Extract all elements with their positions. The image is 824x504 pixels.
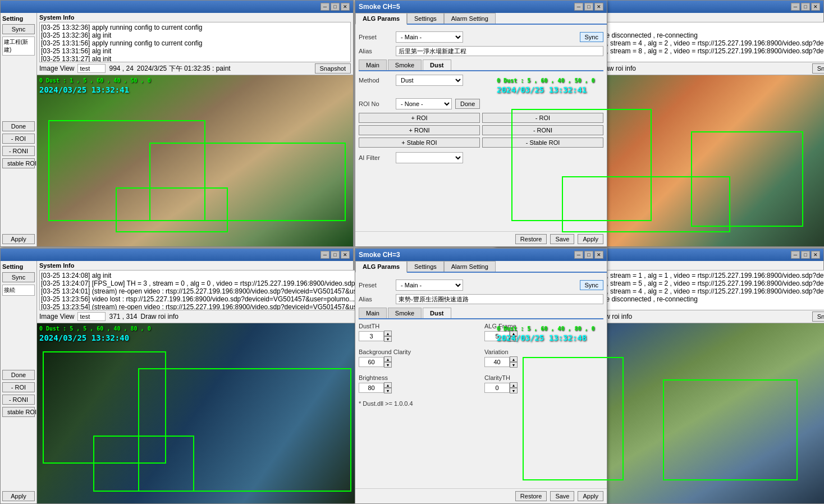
restore-btn-alg-bottom[interactable]: Restore [515,491,547,501]
dustth-down[interactable]: ▼ [384,336,392,342]
subtab-dust-top[interactable]: Dust [423,59,451,70]
subtab-main-bottom[interactable]: Main [359,308,387,318]
alias-input-bottom[interactable] [396,294,603,304]
variation-up[interactable]: ▲ [510,356,518,362]
alg-bottom-title: Smoke CH=3 [359,251,400,259]
variation-input[interactable] [484,357,510,367]
clarityth-up[interactable]: ▲ [510,382,518,388]
preset-select-bottom[interactable]: - Main - [396,280,463,291]
tab-alarm-top[interactable]: Alarm Setting [444,13,496,24]
save-btn-alg-top[interactable]: Save [550,234,574,244]
close-btn-tr[interactable]: ✕ [811,3,820,11]
apply-btn-alg-top[interactable]: Apply [578,234,603,244]
roi-no-select[interactable]: - None - [396,98,452,109]
stable-roi-btn-bl[interactable]: stable ROI [2,407,35,417]
preset-label-bottom: Preset [359,282,392,288]
det-box-br-1 [523,357,624,480]
bgclarity-up[interactable]: ▲ [384,356,392,362]
maximize-btn-tr[interactable]: □ [801,3,810,11]
roni-btn-tl[interactable]: - RONI [2,146,35,156]
dustth-input[interactable] [359,331,384,341]
sync-button-tl[interactable]: Sync [2,24,35,34]
tab-alg-params-top[interactable]: ALG Params [355,13,407,25]
roi-no-row: ROI No - None - Done [359,98,603,109]
variation-down[interactable]: ▼ [510,362,518,368]
preset-row-top: Preset - Main - Sync [359,31,603,43]
sync-btn-alg-bottom[interactable]: Sync [580,280,603,290]
done-btn-roi[interactable]: Done [455,99,480,109]
setting-label-bl: Setting [2,263,35,270]
ai-filter-select[interactable] [396,152,463,163]
close-btn-alg-b[interactable]: ✕ [594,251,603,259]
alias-label-bottom: Alias [359,296,392,303]
subtab-smoke-top[interactable]: Smoke [388,59,422,70]
clarityth-down[interactable]: ▼ [510,388,518,393]
snapshot-btn-tr[interactable]: Snapshot [812,63,824,74]
sync-button-bl[interactable]: Sync [2,272,35,282]
alias-row-top: Alias [359,46,603,56]
bgclarity-input[interactable] [359,357,384,367]
tab-settings-top[interactable]: Settings [407,13,444,24]
close-btn-br[interactable]: ✕ [811,251,820,259]
alg-bottom-bottom-btns: Restore Save Apply [355,488,607,503]
brightness-input[interactable] [359,383,384,393]
maximize-btn[interactable]: □ [331,3,340,11]
apply-btn-bl[interactable]: Apply [2,491,35,501]
det-box-bl-3 [93,436,194,492]
setting-label: Setting [2,15,35,22]
alias-input-top[interactable] [396,46,603,56]
minimize-btn-alg-b[interactable]: ─ [574,251,583,259]
add-stable-btn[interactable]: + Stable ROI [359,138,480,148]
close-btn[interactable]: ✕ [341,3,350,11]
sync-btn-alg-top[interactable]: Sync [580,32,603,42]
brightness-up[interactable]: ▲ [384,382,392,388]
minimize-btn-br[interactable]: ─ [791,251,800,259]
done-btn-tl[interactable]: Done [2,121,35,131]
save-btn-alg-bottom[interactable]: Save [550,491,574,501]
maximize-btn-bl[interactable]: □ [331,251,340,259]
maximize-btn-alg-b[interactable]: □ [584,251,593,259]
clarityth-input[interactable] [484,383,510,393]
minimize-btn-bl[interactable]: ─ [321,251,329,259]
close-btn-bl[interactable]: ✕ [341,251,350,259]
close-btn-alg-t[interactable]: ✕ [594,3,603,11]
cam-sidebar-bottom-left: Setting Sync 接続 Done - ROI - RONI stable… [1,261,37,503]
tab-alg-params-bottom[interactable]: ALG Params [355,261,407,273]
alias-bl: 接続 [2,285,35,296]
sysinfo-label-tl: System Info [37,13,353,22]
tab-settings-bottom[interactable]: Settings [407,261,444,272]
dustth-field: DustTH ▲ ▼ [359,323,478,342]
cam-window-bottom-left: ─ □ ✕ Setting Sync 接続 Done - ROI - RONI … [0,248,354,504]
restore-btn-alg-top[interactable]: Restore [515,234,547,244]
apply-btn-tl[interactable]: Apply [2,234,35,244]
apply-btn-alg-bottom[interactable]: Apply [578,491,603,501]
snapshot-btn-tl[interactable]: Snapshot [315,63,351,74]
add-roni-btn[interactable]: + RONI [359,125,480,135]
bgclarity-label: Background Clarity [359,349,478,355]
info-bl: Draw roi info [141,313,178,320]
roi-btn-bl[interactable]: - ROI [2,382,35,392]
brightness-down[interactable]: ▼ [384,388,392,393]
bgclarity-down[interactable]: ▼ [384,362,392,368]
dustth-up[interactable]: ▲ [384,331,392,336]
test-input-bl[interactable] [77,312,106,321]
subtab-main-top[interactable]: Main [359,59,387,70]
method-select-top[interactable]: Dust [396,75,463,86]
det-box-br-2 [663,379,798,480]
minimize-btn[interactable]: ─ [321,3,329,11]
maximize-btn-alg-t[interactable]: □ [584,3,593,11]
snapshot-btn-br[interactable]: Snapshot [812,311,824,322]
roi-btn-tl[interactable]: - ROI [2,134,35,144]
roni-btn-bl[interactable]: - RONI [2,395,35,405]
stable-roi-btn-tl[interactable]: stable ROI [2,158,35,168]
tab-alarm-bottom[interactable]: Alarm Setting [444,261,496,272]
maximize-btn-br[interactable]: □ [801,251,810,259]
minimize-btn-alg-t[interactable]: ─ [574,3,583,11]
done-btn-bl[interactable]: Done [2,370,35,380]
minimize-btn-tr[interactable]: ─ [791,3,800,11]
add-roi-btn[interactable]: + ROI [359,113,480,123]
test-input-tl[interactable] [77,64,106,73]
subtab-smoke-bottom[interactable]: Smoke [388,308,422,318]
subtab-dust-bottom[interactable]: Dust [423,308,451,318]
preset-select-top[interactable]: - Main - [396,31,463,43]
